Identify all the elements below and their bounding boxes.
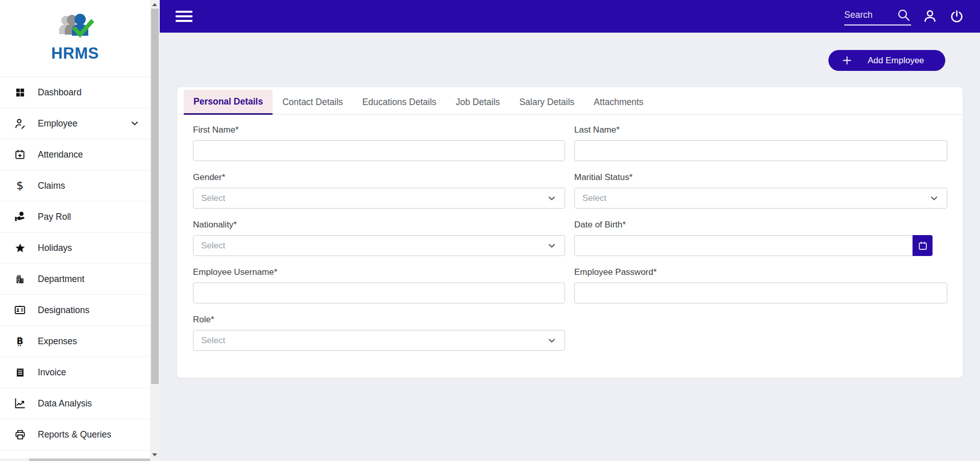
calendar-add-icon (14, 148, 26, 161)
gender-label: Gender* (193, 172, 565, 183)
chevron-down-icon[interactable] (130, 118, 140, 129)
svg-text:$: $ (16, 180, 23, 192)
sidebar-item-label: Designations (38, 305, 89, 316)
hand-coin-icon (14, 211, 26, 223)
nationality-select[interactable]: Select (193, 235, 565, 256)
sidebar-item-label: Expenses (38, 336, 77, 347)
last-name-input[interactable] (574, 140, 947, 161)
employee-username-label: Employee Username* (193, 267, 565, 277)
sidebar-item-label: Data Analysis (38, 398, 92, 409)
chevron-down-icon (547, 336, 557, 346)
plus-icon (843, 56, 851, 65)
role-label: Role* (193, 315, 565, 325)
field-role: Role* Select (193, 315, 565, 351)
sidebar-content: HRMS Dashboard Employee (0, 0, 150, 461)
sidebar-vertical-scrollbar[interactable] (150, 0, 160, 461)
hrms-logo-icon (53, 14, 97, 46)
field-gender: Gender* Select (193, 172, 565, 209)
add-employee-label: Add Employee (868, 56, 924, 66)
chart-icon (14, 397, 26, 409)
marital-status-label: Maritial Status* (574, 172, 947, 183)
person-edit-icon (14, 117, 26, 130)
tab-personal-details[interactable]: Personal Details (184, 90, 273, 115)
power-icon[interactable] (949, 9, 964, 24)
gender-select-value: Select (201, 193, 225, 203)
sidebar-item-designations[interactable]: Designations (0, 295, 150, 326)
logo-text: HRMS (51, 44, 99, 63)
chevron-down-icon (547, 193, 557, 203)
field-employee-password: Employee Password* (574, 267, 947, 303)
sidebar-item-holidays[interactable]: Holidays (0, 233, 150, 264)
user-icon[interactable] (922, 9, 938, 24)
field-date-of-birth: Date of Birth* (574, 220, 947, 256)
scrollbar-thumb[interactable] (151, 9, 159, 384)
sidebar-item-label: Employee (38, 118, 78, 129)
sidebar-logo: HRMS (0, 0, 150, 77)
sidebar-item-invoice[interactable]: Invoice (0, 357, 150, 388)
printer-icon (14, 428, 26, 441)
role-select-value: Select (201, 336, 225, 346)
tab-salary-details[interactable]: Salary Details (509, 90, 584, 115)
grid-icon (14, 86, 26, 98)
field-marital-status: Maritial Status* Select (574, 172, 947, 209)
personal-details-form: First Name* Last Name* Gender* Select Ma… (177, 115, 963, 351)
employee-username-input[interactable] (193, 283, 565, 303)
date-of-birth-input[interactable] (574, 235, 913, 256)
sidebar-item-label: Attendance (38, 149, 83, 160)
sidebar-item-label: Reports & Queries (38, 429, 111, 440)
first-name-input[interactable] (193, 140, 565, 161)
scroll-down-arrow-icon[interactable] (152, 453, 157, 456)
id-card-icon (14, 304, 26, 316)
sidebar-item-label: Pay Roll (38, 212, 71, 222)
star-icon (14, 242, 26, 254)
marital-status-select-value: Select (582, 193, 606, 203)
tab-job-details[interactable]: Job Details (446, 90, 510, 115)
sidebar-nav: Dashboard Employee Attendance $ (0, 77, 150, 461)
calendar-icon (918, 241, 928, 251)
marital-status-select[interactable]: Select (574, 188, 947, 209)
date-of-birth-label: Date of Birth* (574, 220, 947, 230)
sidebar: HRMS Dashboard Employee (0, 0, 160, 461)
first-name-label: First Name* (193, 125, 565, 135)
topbar-right-cluster (844, 8, 964, 25)
sidebar-item-label: Department (38, 274, 84, 285)
tab-attachments[interactable]: Attachments (584, 90, 653, 115)
tab-bar: Personal Details Contact Details Educati… (177, 87, 963, 115)
sidebar-item-data-analysis[interactable]: Data Analysis (0, 388, 150, 419)
last-name-label: Last Name* (574, 125, 947, 135)
sidebar-item-payroll[interactable]: Pay Roll (0, 201, 150, 233)
sidebar-item-department[interactable]: Department (0, 264, 150, 295)
tab-contact-details[interactable]: Contact Details (273, 90, 353, 115)
nationality-label: Nationality* (193, 220, 565, 230)
scroll-up-arrow-icon[interactable] (152, 3, 157, 6)
sidebar-item-label: Claims (38, 181, 65, 191)
add-employee-button[interactable]: Add Employee (828, 50, 945, 71)
sidebar-item-label: Dashboard (38, 87, 82, 98)
sidebar-item-label: Invoice (38, 367, 66, 378)
empty-cell (574, 315, 947, 351)
sidebar-item-expenses[interactable]: B Expenses (0, 326, 150, 357)
sidebar-item-attendance[interactable]: Attendance (0, 139, 150, 170)
bitcoin-icon: B (14, 335, 26, 347)
employee-form-card: Personal Details Contact Details Educati… (177, 87, 963, 378)
tab-educations-details[interactable]: Educations Details (353, 90, 446, 115)
search-icon[interactable] (896, 8, 911, 23)
employee-password-input[interactable] (574, 283, 947, 303)
sidebar-item-employee[interactable]: Employee (0, 108, 150, 139)
menu-icon[interactable] (176, 11, 192, 22)
sidebar-item-dashboard[interactable]: Dashboard (0, 77, 150, 108)
role-select[interactable]: Select (193, 330, 565, 351)
sidebar-item-claims[interactable]: $ Claims (0, 170, 150, 201)
chevron-down-icon (929, 193, 939, 203)
sidebar-item-reports-queries[interactable]: Reports & Queries (0, 419, 150, 450)
search-input[interactable] (844, 10, 893, 20)
dollar-icon: $ (14, 180, 26, 192)
horizontal-scrollbar-thumb[interactable] (29, 458, 150, 461)
svg-text:B: B (16, 336, 23, 346)
gender-select[interactable]: Select (193, 188, 565, 209)
sidebar-horizontal-scrollbar[interactable] (0, 458, 150, 461)
nationality-select-value: Select (201, 241, 225, 251)
chevron-down-icon (547, 241, 557, 251)
search-field[interactable] (844, 8, 911, 25)
date-picker-button[interactable] (913, 235, 933, 256)
